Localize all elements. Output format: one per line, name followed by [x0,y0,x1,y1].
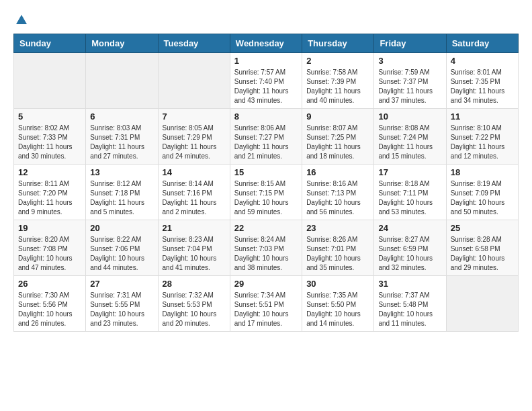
day-info: Sunrise: 7:37 AM Sunset: 5:48 PM Dayligh… [378,291,441,328]
day-cell: 11Sunrise: 8:10 AM Sunset: 7:22 PM Dayli… [446,109,518,165]
day-cell: 26Sunrise: 7:30 AM Sunset: 5:56 PM Dayli… [14,276,86,332]
day-cell: 17Sunrise: 8:18 AM Sunset: 7:11 PM Dayli… [374,165,446,220]
day-cell: 15Sunrise: 8:15 AM Sunset: 7:15 PM Dayli… [230,165,302,220]
header-row: SundayMondayTuesdayWednesdayThursdayFrid… [14,34,519,53]
day-cell: 6Sunrise: 8:03 AM Sunset: 7:31 PM Daylig… [86,109,158,165]
day-info: Sunrise: 8:12 AM Sunset: 7:18 PM Dayligh… [90,179,153,217]
day-number: 21 [163,223,226,233]
day-number: 8 [234,111,298,122]
day-number: 4 [451,56,514,66]
day-number: 13 [90,167,153,177]
day-cell: 18Sunrise: 8:19 AM Sunset: 7:09 PM Dayli… [446,165,518,220]
day-info: Sunrise: 8:26 AM Sunset: 7:01 PM Dayligh… [306,235,369,273]
day-info: Sunrise: 8:03 AM Sunset: 7:31 PM Dayligh… [90,124,153,161]
day-info: Sunrise: 8:07 AM Sunset: 7:25 PM Dayligh… [306,124,369,161]
day-number: 19 [18,223,81,233]
day-info: Sunrise: 8:18 AM Sunset: 7:11 PM Dayligh… [378,179,441,217]
day-info: Sunrise: 8:27 AM Sunset: 6:59 PM Dayligh… [378,235,441,273]
day-info: Sunrise: 8:11 AM Sunset: 7:20 PM Dayligh… [18,179,81,217]
day-cell: 5Sunrise: 8:02 AM Sunset: 7:33 PM Daylig… [14,109,86,165]
day-cell: 4Sunrise: 8:01 AM Sunset: 7:35 PM Daylig… [446,53,518,109]
day-number: 6 [90,111,153,122]
day-info: Sunrise: 7:30 AM Sunset: 5:56 PM Dayligh… [18,291,81,328]
day-cell [14,53,86,109]
day-cell: 14Sunrise: 8:14 AM Sunset: 7:16 PM Dayli… [158,165,230,220]
day-number: 10 [378,111,441,122]
day-number: 28 [163,279,226,289]
day-number: 17 [378,167,441,177]
column-header-wednesday: Wednesday [230,34,302,53]
week-row-0: 1Sunrise: 7:57 AM Sunset: 7:40 PM Daylig… [14,53,519,109]
day-info: Sunrise: 8:05 AM Sunset: 7:29 PM Dayligh… [163,124,226,161]
day-cell [86,53,158,109]
day-number: 2 [306,56,369,66]
day-cell: 23Sunrise: 8:26 AM Sunset: 7:01 PM Dayli… [302,220,374,276]
day-info: Sunrise: 8:24 AM Sunset: 7:03 PM Dayligh… [234,235,298,273]
day-number: 31 [378,279,441,289]
day-info: Sunrise: 7:35 AM Sunset: 5:50 PM Dayligh… [306,291,369,328]
day-number: 16 [306,167,369,177]
day-info: Sunrise: 7:34 AM Sunset: 5:51 PM Dayligh… [234,291,298,328]
day-number: 24 [378,223,441,233]
day-cell: 20Sunrise: 8:22 AM Sunset: 7:06 PM Dayli… [86,220,158,276]
day-cell: 16Sunrise: 8:16 AM Sunset: 7:13 PM Dayli… [302,165,374,220]
day-info: Sunrise: 7:57 AM Sunset: 7:40 PM Dayligh… [234,68,298,105]
day-number: 22 [234,223,298,233]
day-info: Sunrise: 8:20 AM Sunset: 7:08 PM Dayligh… [18,235,81,273]
day-info: Sunrise: 8:02 AM Sunset: 7:33 PM Dayligh… [18,124,81,161]
day-number: 14 [163,167,226,177]
day-info: Sunrise: 8:06 AM Sunset: 7:27 PM Dayligh… [234,124,298,161]
day-info: Sunrise: 7:32 AM Sunset: 5:53 PM Dayligh… [163,291,226,328]
day-number: 18 [451,167,514,177]
day-number: 20 [90,223,153,233]
page-header [13,13,519,27]
day-cell [158,53,230,109]
day-info: Sunrise: 8:22 AM Sunset: 7:06 PM Dayligh… [90,235,153,273]
day-cell: 1Sunrise: 7:57 AM Sunset: 7:40 PM Daylig… [230,53,302,109]
day-info: Sunrise: 7:31 AM Sunset: 5:55 PM Dayligh… [90,291,153,328]
day-cell: 7Sunrise: 8:05 AM Sunset: 7:29 PM Daylig… [158,109,230,165]
day-info: Sunrise: 8:23 AM Sunset: 7:04 PM Dayligh… [163,235,226,273]
column-header-tuesday: Tuesday [158,34,230,53]
day-number: 11 [451,111,514,122]
day-cell: 9Sunrise: 8:07 AM Sunset: 7:25 PM Daylig… [302,109,374,165]
column-header-monday: Monday [86,34,158,53]
day-info: Sunrise: 8:08 AM Sunset: 7:24 PM Dayligh… [378,124,441,161]
logo [13,13,28,27]
column-header-thursday: Thursday [302,34,374,53]
day-number: 7 [163,111,226,122]
day-number: 23 [306,223,369,233]
day-number: 1 [234,56,298,66]
day-info: Sunrise: 8:19 AM Sunset: 7:09 PM Dayligh… [451,179,514,217]
day-number: 30 [306,279,369,289]
day-cell: 28Sunrise: 7:32 AM Sunset: 5:53 PM Dayli… [158,276,230,332]
week-row-4: 26Sunrise: 7:30 AM Sunset: 5:56 PM Dayli… [14,276,519,332]
day-number: 9 [306,111,369,122]
day-cell: 10Sunrise: 8:08 AM Sunset: 7:24 PM Dayli… [374,109,446,165]
calendar-table: SundayMondayTuesdayWednesdayThursdayFrid… [13,34,519,332]
svg-marker-0 [16,15,27,24]
day-cell: 25Sunrise: 8:28 AM Sunset: 6:58 PM Dayli… [446,220,518,276]
day-info: Sunrise: 8:15 AM Sunset: 7:15 PM Dayligh… [234,179,298,217]
column-header-sunday: Sunday [14,34,86,53]
week-row-1: 5Sunrise: 8:02 AM Sunset: 7:33 PM Daylig… [14,109,519,165]
day-cell: 30Sunrise: 7:35 AM Sunset: 5:50 PM Dayli… [302,276,374,332]
day-cell [446,276,518,332]
column-header-saturday: Saturday [446,34,518,53]
day-number: 3 [378,56,441,66]
day-number: 26 [18,279,81,289]
day-number: 27 [90,279,153,289]
day-cell: 2Sunrise: 7:58 AM Sunset: 7:39 PM Daylig… [302,53,374,109]
day-info: Sunrise: 8:16 AM Sunset: 7:13 PM Dayligh… [306,179,369,217]
day-number: 25 [451,223,514,233]
day-cell: 31Sunrise: 7:37 AM Sunset: 5:48 PM Dayli… [374,276,446,332]
day-number: 5 [18,111,81,122]
day-info: Sunrise: 7:58 AM Sunset: 7:39 PM Dayligh… [306,68,369,105]
day-info: Sunrise: 8:14 AM Sunset: 7:16 PM Dayligh… [163,179,226,217]
day-info: Sunrise: 8:28 AM Sunset: 6:58 PM Dayligh… [451,235,514,273]
day-cell: 24Sunrise: 8:27 AM Sunset: 6:59 PM Dayli… [374,220,446,276]
day-info: Sunrise: 7:59 AM Sunset: 7:37 PM Dayligh… [378,68,441,105]
day-cell: 19Sunrise: 8:20 AM Sunset: 7:08 PM Dayli… [14,220,86,276]
day-cell: 29Sunrise: 7:34 AM Sunset: 5:51 PM Dayli… [230,276,302,332]
column-header-friday: Friday [374,34,446,53]
